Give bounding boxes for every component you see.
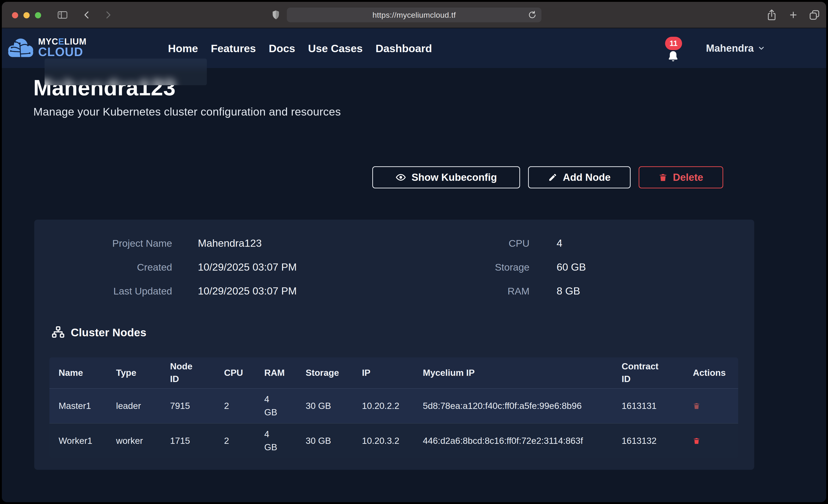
trash-icon [659,173,667,182]
col-header-contract-id: Contract ID [613,358,684,388]
close-window-button[interactable] [12,12,18,18]
info-value-project-name: Mahendra123 [172,231,379,255]
forward-button[interactable] [102,2,114,28]
back-icon [82,10,91,19]
brand-e-mark: E [58,37,64,46]
cell-storage: 30 GB [296,424,353,458]
new-tab-button[interactable] [786,2,800,28]
info-value-last-updated: 10/29/2025 03:07 PM [172,279,379,303]
brand-line-cloud: CLOUD [38,46,87,58]
nav-link-features[interactable]: Features [211,42,256,55]
minimize-window-button[interactable] [24,12,30,18]
notifications-button[interactable]: 11 [664,37,691,66]
brand-wordmark: MYCELIUM CLOUD [38,37,87,58]
add-node-button[interactable]: Add Node [528,166,631,188]
cluster-nodes-icon [51,326,65,339]
cluster-toolbar: Show Kubeconfig Add Node Delete [372,166,723,188]
cluster-details-card: Project Name Mahendra123 CPU 4 Created 1… [34,220,754,470]
sidebar-toggle-icon [57,10,68,19]
cell-name: Worker1 [49,424,107,458]
back-button[interactable] [81,2,93,28]
col-header-mycelium-ip: Mycelium IP [414,358,613,388]
share-button[interactable] [764,2,779,28]
nav-link-dashboard[interactable]: Dashboard [375,42,432,55]
info-label: RAM [379,279,530,303]
cell-ram: 4 GB [255,389,296,423]
cell-name: Master1 [49,389,107,423]
blur-overlay [45,58,207,85]
col-header-ip: IP [353,358,414,388]
eye-icon [396,172,406,183]
cell-mycelium-ip: 446:d2a6:8bcd:8c16:ff0f:72e2:3114:863f [414,424,613,458]
reload-button[interactable] [527,10,537,20]
web-page: Mahendra123 [2,29,826,502]
cell-contract-id: 1613132 [613,424,684,458]
table-row: Worker1 worker 1715 2 4 GB 30 GB 10.20.3… [49,423,738,458]
cell-type: worker [107,424,161,458]
cell-mycelium-ip: 5d8:78ea:a120:f40c:ff0f:a5fe:99e6:8b96 [414,389,613,423]
share-icon [766,8,778,22]
browser-window: https://myceliumcloud.tf Mahendra123 [2,2,826,502]
cell-ip: 10.20.3.2 [353,424,414,458]
delete-node-button[interactable] [693,402,700,410]
chevron-down-icon [757,44,765,52]
url-text: https://myceliumcloud.tf [373,10,456,19]
forward-icon [104,10,113,19]
user-menu[interactable]: Mahendra [706,29,765,68]
trash-icon [693,402,700,410]
table-header-row: Name Type Node ID CPU RAM Storage IP Myc… [49,358,738,388]
reload-icon [528,10,537,19]
col-header-node-id: Node ID [161,358,215,388]
user-name: Mahendra [706,42,754,54]
info-label: CPU [379,231,530,255]
cell-storage: 30 GB [296,389,353,423]
info-value-ram: 8 GB [530,279,736,303]
cluster-info-grid: Project Name Mahendra123 CPU 4 Created 1… [34,231,736,303]
bell-icon [667,50,679,64]
cell-actions [684,389,738,423]
mycelium-cloud-logo-icon [7,37,35,58]
notification-badge: 11 [665,37,682,50]
col-header-name: Name [49,358,107,388]
show-kubeconfig-button[interactable]: Show Kubeconfig [372,166,520,188]
info-label: Last Updated [34,279,172,303]
info-label: Project Name [34,231,172,255]
page-subtitle: Manage your Kubernetes cluster configura… [33,105,341,118]
cell-ip: 10.20.2.2 [353,389,414,423]
tab-overview-icon [809,9,820,21]
cell-cpu: 2 [215,389,255,423]
pencil-icon [548,173,557,182]
address-bar[interactable]: https://myceliumcloud.tf [287,8,541,22]
cell-contract-id: 1613131 [613,389,684,423]
col-header-storage: Storage [296,358,353,388]
nav-link-use-cases[interactable]: Use Cases [308,42,363,55]
info-label: Storage [379,255,530,279]
info-label: Created [34,255,172,279]
zoom-window-button[interactable] [35,12,41,18]
cluster-nodes-table: Name Type Node ID CPU RAM Storage IP Myc… [49,358,738,458]
sidebar-toggle-button[interactable] [56,2,69,28]
col-header-cpu: CPU [215,358,255,388]
nav-link-home[interactable]: Home [168,42,198,55]
browser-titlebar: https://myceliumcloud.tf [2,2,826,28]
col-header-ram: RAM [255,358,296,388]
cell-actions [684,424,738,458]
nav-link-docs[interactable]: Docs [269,42,295,55]
brand-logo[interactable]: MYCELIUM CLOUD [7,37,87,58]
cell-type: leader [107,389,161,423]
cell-node-id: 7915 [161,389,215,423]
col-header-actions: Actions [684,358,738,388]
info-value-storage: 60 GB [530,255,736,279]
cluster-nodes-header: Cluster Nodes [51,326,147,339]
tab-overview-button[interactable] [807,2,822,28]
plus-icon [788,10,798,20]
delete-node-button[interactable] [693,436,700,445]
col-header-type: Type [107,358,161,388]
privacy-shield-icon [270,2,282,28]
cell-cpu: 2 [215,424,255,458]
cell-ram: 4 GB [255,424,296,458]
table-row: Master1 leader 7915 2 4 GB 30 GB 10.20.2… [49,388,738,423]
cluster-nodes-title: Cluster Nodes [71,326,147,339]
cell-node-id: 1715 [161,424,215,458]
delete-cluster-button[interactable]: Delete [638,166,723,188]
